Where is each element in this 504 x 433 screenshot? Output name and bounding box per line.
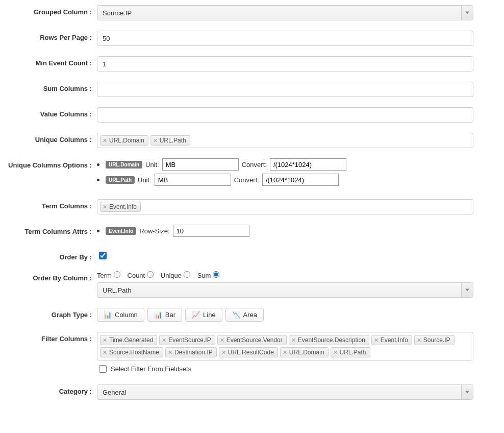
grouped-column-select[interactable]: Source.IP <box>97 5 473 20</box>
order-by-unique-label: Unique <box>161 271 191 279</box>
rows-per-page-input[interactable]: 50 <box>97 31 473 46</box>
order-by-label: Order By : <box>0 250 97 261</box>
bullet-icon <box>97 230 99 232</box>
grouped-column-value: Source.IP <box>103 9 132 17</box>
order-by-count-radio[interactable] <box>147 271 154 278</box>
filter-column-tag[interactable]: ✕Event.Info <box>371 335 412 345</box>
filter-column-tag[interactable]: ✕URL.Domain <box>280 347 329 357</box>
convert-input[interactable] <box>262 174 339 186</box>
value-columns-input[interactable] <box>97 107 473 123</box>
order-by-column-select[interactable]: URL.Path <box>97 282 473 298</box>
filter-column-tag-text: Event.Info <box>381 336 408 344</box>
remove-tag-icon[interactable]: ✕ <box>153 138 158 143</box>
graph-type-bar-button[interactable]: 📊Bar <box>147 308 182 322</box>
order-by-term-label: Term <box>97 271 121 279</box>
remove-tag-icon[interactable]: ✕ <box>168 350 172 355</box>
unique-columns-options-label: Unique Columns Options : <box>0 158 97 169</box>
remove-tag-icon[interactable]: ✕ <box>220 338 224 343</box>
unique-column-option-row: URL.PathUnit:Convert: <box>97 174 473 186</box>
unique-columns-label: Unique Columns : <box>0 133 97 143</box>
chevron-down-icon <box>465 289 469 292</box>
unit-label: Unit: <box>138 176 152 184</box>
remove-tag-icon[interactable]: ✕ <box>221 350 226 355</box>
term-column-tag[interactable]: ✕Event.Info <box>100 202 141 212</box>
category-value: General <box>103 389 126 396</box>
filter-column-tag[interactable]: ✕Destination.IP <box>165 347 217 357</box>
filter-column-tag[interactable]: ✕URL.ResultCode <box>219 347 278 357</box>
graph-type-column-label: Column <box>115 311 138 319</box>
rows-per-page-value: 50 <box>103 35 110 42</box>
convert-label: Convert: <box>242 161 267 169</box>
order-by-column-value: URL.Path <box>103 286 131 294</box>
remove-tag-icon[interactable]: ✕ <box>103 204 107 210</box>
graph-type-column-button[interactable]: 📊Column <box>97 308 144 322</box>
remove-tag-icon[interactable]: ✕ <box>291 338 296 343</box>
unit-input[interactable] <box>155 174 231 186</box>
filter-column-tag[interactable]: ✕Source.HostName <box>100 347 163 357</box>
filter-columns-input[interactable]: ✕Time.Generated✕EventSource.IP✕EventSour… <box>97 332 473 360</box>
remove-tag-icon[interactable]: ✕ <box>103 350 107 355</box>
min-event-count-input[interactable]: 1 <box>97 56 473 71</box>
unique-column-tag[interactable]: ✕URL.Domain <box>100 135 148 146</box>
order-by-sum-text: Sum <box>197 272 211 279</box>
graph-type-area-button[interactable]: 📉Area <box>225 308 264 322</box>
filter-column-tag[interactable]: ✕URL.Path <box>331 347 370 357</box>
order-by-term-text: Term <box>97 272 112 279</box>
rows-per-page-label: Rows Per Page : <box>0 31 97 41</box>
filter-column-tag[interactable]: ✕EventSource.IP <box>159 335 215 345</box>
row-size-input[interactable] <box>173 225 249 237</box>
term-column-attr-row: Event.InfoRow-Size: <box>97 225 473 237</box>
graph-type-line-label: Line <box>203 311 216 319</box>
filter-column-tag-text: URL.Domain <box>289 349 324 356</box>
filter-column-tag[interactable]: ✕EventSource.Description <box>289 335 369 345</box>
order-by-checkbox[interactable] <box>99 252 107 259</box>
remove-tag-icon[interactable]: ✕ <box>374 338 379 343</box>
remove-tag-icon[interactable]: ✕ <box>333 350 338 355</box>
bar-chart-icon: 📊 <box>154 311 162 318</box>
filter-column-tag-text: Source.IP <box>423 336 450 344</box>
sum-columns-label: Sum Columns : <box>0 82 97 92</box>
remove-tag-icon[interactable]: ✕ <box>162 338 166 343</box>
filter-column-tag-text: Destination.IP <box>174 349 213 356</box>
unique-columns-input[interactable]: ✕URL.Domain✕URL.Path <box>97 133 473 148</box>
filter-column-tag[interactable]: ✕EventSource.Vendor <box>217 335 287 345</box>
order-by-sum-radio[interactable] <box>213 271 219 278</box>
order-by-column-label: Order By Column : <box>0 271 97 282</box>
remove-tag-icon[interactable]: ✕ <box>283 350 287 355</box>
category-label: Category : <box>0 384 97 395</box>
line-chart-icon: 📈 <box>192 311 200 318</box>
filter-column-tag-text: Source.HostName <box>109 349 159 356</box>
graph-type-area-label: Area <box>243 311 257 319</box>
term-columns-input[interactable]: ✕Event.Info <box>97 199 473 214</box>
column-chart-icon: 📊 <box>104 311 112 318</box>
order-by-term-radio[interactable] <box>114 271 120 278</box>
attr-name-tag: Event.Info <box>106 227 136 235</box>
category-select[interactable]: General <box>97 384 473 400</box>
option-name-tag: URL.Path <box>106 176 135 184</box>
convert-label: Convert: <box>234 176 259 184</box>
sum-columns-input[interactable] <box>97 82 473 97</box>
unit-input[interactable] <box>162 158 239 171</box>
filter-column-tag-text: EventSource.Description <box>298 336 365 344</box>
order-by-count-label: Count <box>128 271 155 279</box>
remove-tag-icon[interactable]: ✕ <box>103 338 107 343</box>
unique-column-tag-text: URL.Path <box>160 137 186 144</box>
filter-column-tag[interactable]: ✕Time.Generated <box>100 335 157 345</box>
convert-input[interactable] <box>270 158 346 171</box>
order-by-count-text: Count <box>128 272 145 279</box>
graph-type-group: 📊Column📊Bar📈Line📉Area <box>97 308 473 322</box>
row-size-label: Row-Size: <box>139 227 169 235</box>
filter-column-tag-text: EventSource.IP <box>168 336 211 344</box>
term-columns-attrs-label: Term Columns Attrs : <box>0 225 97 235</box>
graph-type-line-button[interactable]: 📈Line <box>185 308 222 322</box>
unique-column-option-row: URL.DomainUnit:Convert: <box>97 158 473 171</box>
min-event-count-label: Min Event Count : <box>0 56 97 67</box>
select-filter-from-fieldsets-checkbox[interactable] <box>99 365 107 373</box>
order-by-unique-radio[interactable] <box>184 271 190 278</box>
remove-tag-icon[interactable]: ✕ <box>417 338 421 343</box>
filter-column-tag[interactable]: ✕Source.IP <box>414 335 455 345</box>
remove-tag-icon[interactable]: ✕ <box>103 138 107 143</box>
chevron-down-icon <box>465 12 469 14</box>
unique-column-tag[interactable]: ✕URL.Path <box>150 135 190 146</box>
order-by-sum-label: Sum <box>197 271 220 279</box>
